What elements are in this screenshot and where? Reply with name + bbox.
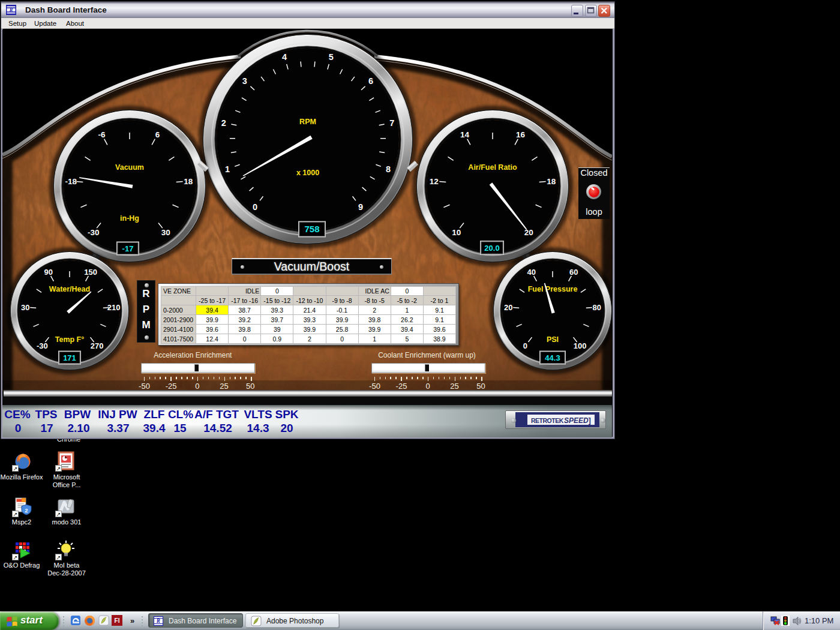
- svg-text:12: 12: [430, 177, 439, 186]
- svg-text:2: 2: [25, 507, 28, 514]
- svg-text:758: 758: [304, 224, 319, 234]
- svg-text:1: 1: [225, 164, 230, 174]
- svg-text:Fl: Fl: [115, 617, 120, 624]
- svg-text:5: 5: [329, 52, 334, 62]
- svg-text:4: 4: [282, 52, 287, 62]
- svg-text:6: 6: [155, 130, 160, 139]
- svg-text:44.3: 44.3: [545, 353, 560, 362]
- svg-text:R: R: [9, 7, 13, 13]
- svg-text:-18: -18: [65, 177, 77, 186]
- svg-text:20.0: 20.0: [484, 244, 499, 253]
- svg-text:6: 6: [368, 76, 373, 86]
- svg-text:R: R: [156, 618, 160, 624]
- svg-text:-30: -30: [88, 228, 100, 237]
- svg-text:7: 7: [389, 118, 394, 128]
- svg-text:8: 8: [386, 164, 391, 174]
- svg-text:20: 20: [524, 228, 533, 237]
- svg-text:10: 10: [452, 228, 461, 237]
- svg-text:270: 270: [91, 341, 104, 350]
- svg-text:-17: -17: [122, 244, 134, 253]
- svg-text:-30: -30: [37, 341, 48, 350]
- svg-text:171: 171: [63, 353, 76, 362]
- svg-text:x 1000: x 1000: [296, 169, 319, 177]
- svg-text:30: 30: [21, 303, 29, 312]
- svg-text:0: 0: [253, 202, 257, 212]
- svg-text:30: 30: [161, 228, 170, 237]
- svg-text:Fuel Pressure: Fuel Pressure: [528, 285, 578, 293]
- svg-text:Vacuum: Vacuum: [115, 163, 144, 172]
- svg-text:RPM: RPM: [299, 118, 316, 126]
- svg-text:40: 40: [527, 268, 536, 277]
- svg-text:16: 16: [516, 130, 526, 139]
- svg-text:18: 18: [184, 177, 193, 186]
- svg-text:Temp F°: Temp F°: [55, 335, 85, 344]
- svg-text:90: 90: [44, 268, 53, 277]
- svg-text:80: 80: [592, 303, 601, 312]
- svg-text:14: 14: [460, 130, 470, 139]
- svg-text:0: 0: [523, 341, 527, 350]
- svg-text:210: 210: [107, 303, 121, 312]
- svg-text:in-Hg: in-Hg: [120, 214, 139, 223]
- svg-text:2: 2: [221, 118, 226, 128]
- svg-text:Air/Fuel Ratio: Air/Fuel Ratio: [468, 163, 517, 172]
- svg-text:18: 18: [547, 177, 556, 186]
- svg-text:20: 20: [504, 303, 512, 312]
- svg-text:9: 9: [358, 202, 363, 212]
- svg-text:150: 150: [84, 268, 97, 277]
- svg-text:100: 100: [574, 341, 587, 350]
- svg-text:Water/Head: Water/Head: [49, 285, 90, 293]
- svg-text:-6: -6: [98, 130, 105, 139]
- svg-text:60: 60: [569, 268, 578, 277]
- svg-text:PSI: PSI: [547, 335, 559, 344]
- svg-text:3: 3: [242, 76, 247, 86]
